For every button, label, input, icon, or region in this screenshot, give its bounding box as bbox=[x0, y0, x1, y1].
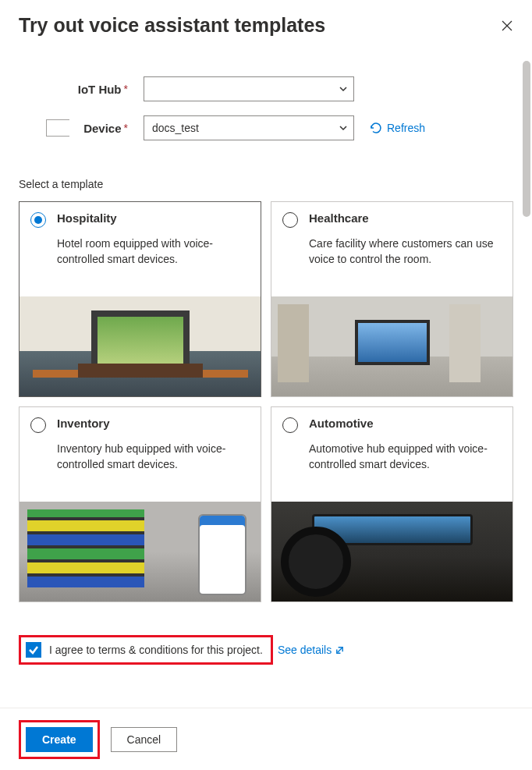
terms-checkbox[interactable] bbox=[26, 642, 41, 658]
device-dropdown[interactable]: docs_test bbox=[144, 115, 354, 140]
radio-automotive[interactable] bbox=[282, 417, 298, 433]
terms-text: I agree to terms & conditions for this p… bbox=[49, 644, 263, 656]
template-title: Hospitality bbox=[57, 211, 117, 225]
template-title: Inventory bbox=[57, 417, 110, 430]
template-image-hospitality bbox=[20, 296, 261, 396]
template-title: Automotive bbox=[309, 417, 374, 430]
iot-hub-select[interactable] bbox=[144, 76, 354, 101]
see-details-label: See details bbox=[278, 644, 332, 656]
iot-hub-dropdown[interactable] bbox=[144, 76, 354, 101]
device-tree-connector bbox=[46, 119, 69, 137]
template-card-inventory[interactable]: Inventory Inventory hub equipped with vo… bbox=[19, 406, 261, 602]
dialog-header: Try out voice assistant templates bbox=[0, 0, 532, 44]
template-image-healthcare bbox=[271, 296, 512, 396]
template-image-automotive bbox=[271, 502, 512, 601]
refresh-label: Refresh bbox=[387, 122, 425, 134]
template-desc: Hotel room equipped with voice-controlle… bbox=[57, 236, 250, 282]
template-desc: Automotive hub equipped with voice-contr… bbox=[309, 441, 502, 488]
template-desc: Inventory hub equipped with voice-contro… bbox=[57, 441, 250, 488]
device-select[interactable]: docs_test bbox=[144, 115, 354, 140]
cancel-button[interactable]: Cancel bbox=[111, 727, 178, 752]
template-card-automotive[interactable]: Automotive Automotive hub equipped with … bbox=[271, 406, 513, 602]
select-template-label: Select a template bbox=[19, 178, 513, 190]
iot-hub-row: IoT Hub * bbox=[19, 76, 513, 101]
template-card-hospitality[interactable]: Hospitality Hotel room equipped with voi… bbox=[19, 201, 261, 397]
template-desc: Care facility where customers can use vo… bbox=[309, 236, 502, 282]
device-row: Device * docs_test Refresh bbox=[19, 115, 513, 140]
dialog-title: Try out voice assistant templates bbox=[19, 14, 325, 37]
required-indicator: * bbox=[124, 122, 128, 134]
template-grid: Hospitality Hotel room equipped with voi… bbox=[19, 201, 513, 602]
template-image-inventory bbox=[20, 502, 261, 601]
dialog-footer: Create Cancel bbox=[0, 708, 532, 770]
template-title: Healthcare bbox=[309, 211, 369, 225]
refresh-icon bbox=[370, 122, 382, 134]
see-details-link[interactable]: See details bbox=[278, 644, 345, 656]
refresh-link[interactable]: Refresh bbox=[370, 122, 425, 134]
radio-inventory[interactable] bbox=[30, 417, 46, 433]
iot-hub-label: IoT Hub bbox=[78, 83, 122, 96]
close-icon[interactable] bbox=[501, 20, 513, 32]
device-label: Device bbox=[83, 122, 121, 135]
required-indicator: * bbox=[124, 83, 128, 95]
dialog-body: IoT Hub * Device * docs_test Re bbox=[0, 55, 532, 708]
radio-healthcare[interactable] bbox=[282, 212, 298, 228]
create-highlight: Create bbox=[19, 720, 100, 759]
external-link-icon bbox=[335, 645, 345, 655]
create-button[interactable]: Create bbox=[26, 727, 93, 752]
terms-row: I agree to terms & conditions for this p… bbox=[19, 635, 513, 665]
radio-hospitality[interactable] bbox=[30, 212, 46, 228]
terms-highlight: I agree to terms & conditions for this p… bbox=[19, 635, 273, 665]
checkmark-icon bbox=[28, 644, 39, 655]
template-card-healthcare[interactable]: Healthcare Care facility where customers… bbox=[271, 201, 513, 397]
